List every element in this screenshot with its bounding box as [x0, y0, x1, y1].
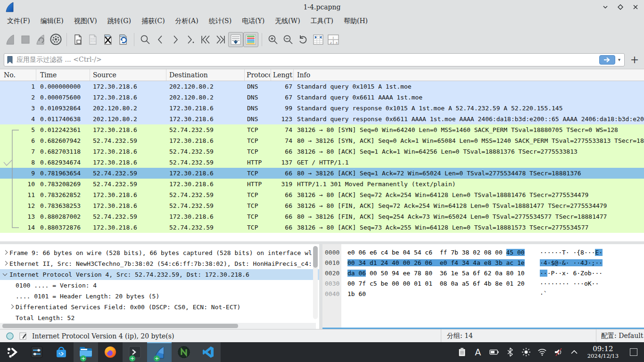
hex-row[interactable]: 001000 34 d1 24 40 00 26 06 e0 f4 34 4a …	[322, 258, 644, 268]
packet-row[interactable]: 100.78320826952.74.232.59172.30.218.6HTT…	[0, 179, 644, 189]
column-header-info[interactable]: Info	[297, 69, 391, 81]
menu-telephony[interactable]: 电话(Y)	[237, 15, 270, 27]
column-header-length[interactable]: Length	[273, 69, 293, 81]
battery-icon[interactable]	[489, 347, 499, 357]
hex-ascii[interactable]: ···P··x· 6·Zob···	[540, 268, 603, 279]
zoom-in-icon[interactable]	[265, 32, 281, 47]
hex-row[interactable]: 0020da 06 00 50 94 ee 78 80 36 1e 5a 6f …	[322, 268, 644, 279]
wifi-icon[interactable]	[537, 347, 547, 357]
taskbar-wireshark[interactable]: +	[147, 342, 172, 362]
hex-bytes[interactable]: da 06 00 50 94 ee 78 80 36 1e 5a 6f 62 0…	[347, 268, 528, 279]
packet-row[interactable]: 70.682703118172.30.218.652.74.232.59TCP6…	[0, 146, 644, 157]
hex-ascii[interactable]: ········ ···oK··	[540, 279, 603, 289]
taskbar-app-launcher[interactable]	[0, 342, 25, 362]
next-packet-icon[interactable]	[168, 32, 183, 47]
hex-bytes[interactable]: e0 06 e6 c4 be 04 54 c6 ff 7b 38 02 08 0…	[347, 247, 528, 258]
display-filter-input[interactable]: 应用显示过滤器 ... <Ctrl-/> ▾	[4, 53, 625, 66]
layout-icon[interactable]: 123	[326, 32, 341, 47]
clipboard-icon[interactable]	[457, 347, 467, 357]
detail-row[interactable]: Frame 9: 66 bytes on wire (528 bits), 66…	[0, 247, 319, 258]
tray-expander-icon[interactable]	[570, 347, 579, 357]
menu-analyze[interactable]: 分析(A)	[170, 15, 204, 27]
hex-row[interactable]: 00401b 60·`	[322, 289, 644, 299]
capture-options-icon[interactable]	[48, 32, 63, 47]
show-desktop-button[interactable]	[630, 348, 637, 356]
detail-row[interactable]: Internet Protocol Version 4, Src: 52.74.…	[0, 269, 319, 280]
volume-muted-icon[interactable]	[553, 347, 563, 357]
minimize-button[interactable]	[602, 3, 609, 11]
stop-capture-icon[interactable]	[18, 32, 33, 47]
maximize-button[interactable]	[617, 3, 624, 11]
filter-bookmark-icon[interactable]	[6, 56, 14, 64]
clock[interactable]: 09:12 2024/12/13	[587, 345, 619, 359]
taskbar-firefox[interactable]	[98, 342, 123, 362]
keyboard-layout-icon[interactable]: A	[473, 347, 483, 357]
packet-row[interactable]: 20.000075600172.30.218.6202.120.80.2DNS6…	[0, 92, 644, 103]
menu-view[interactable]: 视图(V)	[69, 15, 102, 27]
hex-row[interactable]: 003000 7f c5 be 00 00 01 01 08 0a a5 6f …	[322, 279, 644, 289]
packet-row[interactable]: 90.78196365452.74.232.59172.30.218.6TCP6…	[0, 168, 644, 179]
packet-row[interactable]: 60.68260794252.74.232.59172.30.218.6TCP7…	[0, 135, 644, 146]
find-packet-icon[interactable]	[138, 32, 153, 47]
restart-capture-icon[interactable]	[33, 32, 48, 47]
goto-packet-icon[interactable]	[183, 32, 198, 47]
reload-file-icon[interactable]	[116, 32, 131, 47]
packet-row[interactable]: 40.011740638202.120.80.2172.30.218.6DNS1…	[0, 114, 644, 124]
menu-file[interactable]: 文件(F)	[2, 15, 35, 27]
hex-ascii[interactable]: ·`	[540, 289, 547, 299]
brightness-icon[interactable]	[521, 347, 531, 357]
hex-ascii[interactable]: ······T· ·{8···E·	[540, 247, 603, 258]
column-header-time[interactable]: Time	[40, 69, 87, 81]
hex-bytes[interactable]: 00 34 d1 24 40 00 26 06 e0 f4 34 4a e8 3…	[347, 258, 528, 268]
auto-scroll-icon[interactable]	[228, 32, 243, 47]
packet-row[interactable]: 130.88028700252.74.232.59172.30.218.6TCP…	[0, 211, 644, 222]
details-vertical-scrollbar[interactable]	[313, 246, 318, 319]
taskbar-terminal[interactable]: +	[123, 342, 147, 362]
close-button[interactable]	[632, 3, 639, 11]
first-packet-icon[interactable]	[198, 32, 213, 47]
hex-ascii[interactable]: ·4·$@·&· ··4J·;··	[540, 258, 603, 268]
menu-capture[interactable]: 捕获(C)	[136, 15, 170, 27]
open-file-icon[interactable]	[70, 32, 85, 47]
detail-row[interactable]: Differentiated Services Field: 0x00 (DSC…	[0, 302, 319, 313]
packet-row[interactable]: 80.682934674172.30.218.652.74.232.59HTTP…	[0, 157, 644, 168]
packet-row[interactable]: 10.000000000172.30.218.6202.120.80.2DNS6…	[0, 81, 644, 92]
chevron-right-icon[interactable]	[3, 250, 8, 255]
column-header-protocol[interactable]: Protocol	[247, 69, 270, 81]
taskbar-vscode[interactable]	[196, 342, 221, 362]
taskbar-system-settings[interactable]	[25, 342, 49, 362]
packet-row[interactable]: 120.783638253172.30.218.652.74.232.59TCP…	[0, 200, 644, 211]
resize-columns-icon[interactable]	[311, 32, 326, 47]
previous-packet-icon[interactable]	[153, 32, 168, 47]
start-capture-icon[interactable]	[3, 32, 18, 47]
detail-row[interactable]: Ethernet II, Src: NewH3CTechno_7b:38:02 …	[0, 258, 319, 269]
hex-bytes[interactable]: 1b 60	[347, 289, 528, 299]
packet-row[interactable]: 50.012242361172.30.218.652.74.232.59TCP7…	[0, 124, 644, 135]
capture-comment-icon[interactable]	[19, 332, 27, 340]
menu-tools[interactable]: 工具(T)	[305, 15, 339, 27]
menu-help[interactable]: 帮助(H)	[339, 15, 373, 27]
taskbar-neovim[interactable]	[172, 342, 196, 362]
packet-row[interactable]: 30.010932864202.120.80.2172.30.218.6DNS9…	[0, 103, 644, 114]
chevron-down-icon[interactable]	[3, 272, 8, 277]
packet-row[interactable]: 110.783262852172.30.218.652.74.232.59TCP…	[0, 189, 644, 200]
last-packet-icon[interactable]	[213, 32, 228, 47]
menu-go[interactable]: 跳转(G)	[102, 15, 136, 27]
chevron-right-icon[interactable]	[9, 304, 14, 309]
colorize-icon[interactable]	[243, 32, 258, 47]
hex-bytes[interactable]: 00 7f c5 be 00 00 01 01 08 0a a5 6f 4b 8…	[347, 279, 528, 289]
taskbar-file-manager[interactable]: +	[74, 342, 98, 362]
bluetooth-icon[interactable]	[505, 347, 515, 357]
chevron-right-icon[interactable]	[3, 261, 8, 266]
expert-info-icon[interactable]	[6, 332, 14, 340]
apply-filter-icon[interactable]	[599, 55, 615, 65]
menu-statistics[interactable]: 统计(S)	[204, 15, 237, 27]
close-file-icon[interactable]	[100, 32, 116, 47]
menu-edit[interactable]: 编辑(E)	[35, 15, 69, 27]
column-header-source[interactable]: Source	[93, 69, 164, 81]
detail-row[interactable]: .... 0101 = Header Length: 20 bytes (5)	[0, 291, 319, 302]
detail-row[interactable]: 0100 .... = Version: 4	[0, 280, 319, 291]
statusbar-profile[interactable]: 配置: Default	[596, 329, 644, 342]
details-horizontal-scrollbar[interactable]	[0, 323, 316, 329]
packet-row[interactable]: 140.880372876172.30.218.652.74.232.59TCP…	[0, 222, 644, 233]
